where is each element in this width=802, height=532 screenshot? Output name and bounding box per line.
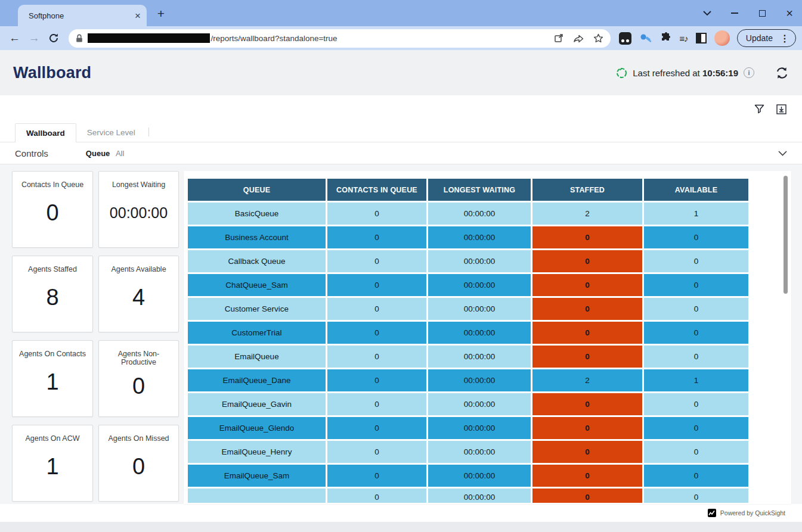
- table-cell-queue[interactable]: BasicQueue: [188, 203, 326, 225]
- column-header[interactable]: STAFFED: [532, 179, 642, 201]
- table-cell-contacts-in-queue[interactable]: 0: [327, 441, 426, 463]
- key-extension-icon[interactable]: [639, 32, 652, 44]
- table-cell-available[interactable]: 0: [644, 346, 748, 368]
- browser-menu-kebab-icon[interactable]: ⋮: [778, 33, 792, 44]
- table-cell-longest-waiting[interactable]: 00:00:00: [428, 226, 531, 248]
- table-cell-staffed[interactable]: 0: [532, 274, 642, 296]
- table-cell-longest-waiting[interactable]: 00:00:00: [428, 250, 531, 272]
- table-cell-contacts-in-queue[interactable]: 0: [327, 369, 426, 391]
- table-cell-staffed[interactable]: 0: [532, 417, 642, 439]
- forward-button[interactable]: →: [26, 29, 43, 47]
- close-window-button[interactable]: ×: [783, 7, 796, 20]
- table-cell-available[interactable]: 0: [644, 489, 748, 503]
- tab-wallboard[interactable]: Wallboard: [15, 123, 76, 142]
- bookmark-star-icon[interactable]: [593, 33, 603, 43]
- minimize-button[interactable]: [728, 7, 741, 20]
- table-cell-contacts-in-queue[interactable]: 0: [327, 465, 426, 487]
- table-cell-available[interactable]: 0: [644, 441, 748, 463]
- table-cell-available[interactable]: 0: [644, 417, 748, 439]
- extensions-puzzle-icon[interactable]: [660, 32, 672, 44]
- table-cell-available[interactable]: 0: [644, 250, 748, 272]
- table-cell-staffed[interactable]: 0: [532, 346, 642, 368]
- table-cell-available[interactable]: 1: [644, 369, 748, 391]
- table-cell-contacts-in-queue[interactable]: 0: [327, 346, 426, 368]
- table-cell-longest-waiting[interactable]: 00:00:00: [428, 417, 531, 439]
- table-cell-contacts-in-queue[interactable]: 0: [327, 250, 426, 272]
- column-header[interactable]: QUEUE: [188, 179, 326, 201]
- table-cell-contacts-in-queue[interactable]: 0: [327, 298, 426, 320]
- table-scrollbar-thumb[interactable]: [784, 176, 788, 294]
- table-cell-queue[interactable]: CustomerTrial: [188, 322, 326, 344]
- table-cell-queue[interactable]: Callback Queue: [188, 250, 326, 272]
- table-cell-contacts-in-queue[interactable]: 0: [327, 203, 426, 225]
- table-cell-available[interactable]: 0: [644, 226, 748, 248]
- table-cell-longest-waiting[interactable]: 00:00:00: [428, 274, 531, 296]
- browser-update-button[interactable]: Update ⋮: [737, 29, 796, 47]
- table-cell-staffed[interactable]: 0: [532, 250, 642, 272]
- table-cell-queue[interactable]: EmailQueue_Glendo: [188, 417, 326, 439]
- table-cell-longest-waiting[interactable]: 00:00:00: [428, 393, 531, 415]
- table-cell-staffed[interactable]: 2: [532, 203, 642, 225]
- playlist-extension-icon[interactable]: ≡♪: [680, 33, 688, 43]
- table-cell-contacts-in-queue[interactable]: 0: [327, 489, 426, 503]
- table-cell-staffed[interactable]: 0: [532, 441, 642, 463]
- table-cell-contacts-in-queue[interactable]: 0: [327, 322, 426, 344]
- table-cell-available[interactable]: 0: [644, 298, 748, 320]
- open-in-new-icon[interactable]: [554, 33, 563, 43]
- table-cell-available[interactable]: 0: [644, 465, 748, 487]
- table-cell-queue[interactable]: EmailQueue_Gavin: [188, 393, 326, 415]
- table-cell-available[interactable]: 0: [644, 274, 748, 296]
- table-cell-staffed[interactable]: 2: [532, 369, 642, 391]
- table-cell-staffed[interactable]: 0: [532, 393, 642, 415]
- table-cell-longest-waiting[interactable]: 00:00:00: [428, 441, 531, 463]
- column-header[interactable]: AVAILABLE: [644, 179, 748, 201]
- controls-collapse-chevron-icon[interactable]: [778, 151, 787, 156]
- new-tab-button[interactable]: +: [154, 7, 168, 21]
- back-button[interactable]: ←: [6, 29, 23, 47]
- table-cell-queue[interactable]: EmailQueue_Henry: [188, 441, 326, 463]
- queue-filter[interactable]: Queue All: [86, 149, 125, 158]
- tab-search-chevron-icon[interactable]: [701, 7, 714, 20]
- table-cell-queue[interactable]: EmailQueue: [188, 346, 326, 368]
- table-cell-longest-waiting[interactable]: 00:00:00: [428, 346, 531, 368]
- table-cell-contacts-in-queue[interactable]: 0: [327, 274, 426, 296]
- table-cell-longest-waiting[interactable]: 00:00:00: [428, 298, 531, 320]
- table-cell-contacts-in-queue[interactable]: 0: [327, 417, 426, 439]
- reload-button[interactable]: [45, 29, 63, 47]
- table-cell-available[interactable]: 0: [644, 322, 748, 344]
- table-cell-queue[interactable]: [188, 489, 326, 503]
- table-cell-queue[interactable]: EmailQueue_Dane: [188, 369, 326, 391]
- table-cell-staffed[interactable]: 0: [532, 465, 642, 487]
- table-cell-staffed[interactable]: 0: [532, 489, 642, 503]
- info-icon[interactable]: i: [744, 67, 754, 78]
- table-cell-contacts-in-queue[interactable]: 0: [327, 226, 426, 248]
- export-icon[interactable]: [776, 104, 786, 114]
- table-cell-queue[interactable]: Business Account: [188, 226, 326, 248]
- table-cell-staffed[interactable]: 0: [532, 226, 642, 248]
- table-cell-longest-waiting[interactable]: 00:00:00: [428, 369, 531, 391]
- table-cell-contacts-in-queue[interactable]: 0: [327, 393, 426, 415]
- maximize-button[interactable]: [755, 7, 769, 20]
- extension-dots-icon[interactable]: [619, 32, 631, 45]
- column-header[interactable]: LONGEST WAITING: [428, 179, 531, 201]
- table-cell-longest-waiting[interactable]: 00:00:00: [428, 465, 531, 487]
- table-cell-longest-waiting[interactable]: 00:00:00: [428, 489, 531, 503]
- table-cell-available[interactable]: 1: [644, 203, 748, 225]
- dark-mode-extension-icon[interactable]: [696, 33, 707, 43]
- table-cell-queue[interactable]: ChatQueue_Sam: [188, 274, 326, 296]
- refresh-button[interactable]: [775, 67, 789, 79]
- table-cell-queue[interactable]: Customer Service: [188, 298, 326, 320]
- table-cell-staffed[interactable]: 0: [532, 322, 642, 344]
- table-cell-longest-waiting[interactable]: 00:00:00: [428, 322, 531, 344]
- table-cell-available[interactable]: 0: [644, 393, 748, 415]
- table-cell-longest-waiting[interactable]: 00:00:00: [428, 203, 531, 225]
- address-bar[interactable]: /reports/wallboard?standalone=true: [69, 29, 611, 48]
- profile-avatar[interactable]: [714, 30, 730, 46]
- table-cell-queue[interactable]: EmailQueue_Sam: [188, 465, 326, 487]
- browser-tab[interactable]: Softphone ×: [18, 5, 147, 26]
- share-icon[interactable]: [573, 33, 584, 43]
- column-header[interactable]: CONTACTS IN QUEUE: [327, 179, 426, 201]
- tab-service-level[interactable]: Service Level: [76, 123, 146, 142]
- tab-close-icon[interactable]: ×: [135, 11, 141, 21]
- table-cell-staffed[interactable]: 0: [532, 298, 642, 320]
